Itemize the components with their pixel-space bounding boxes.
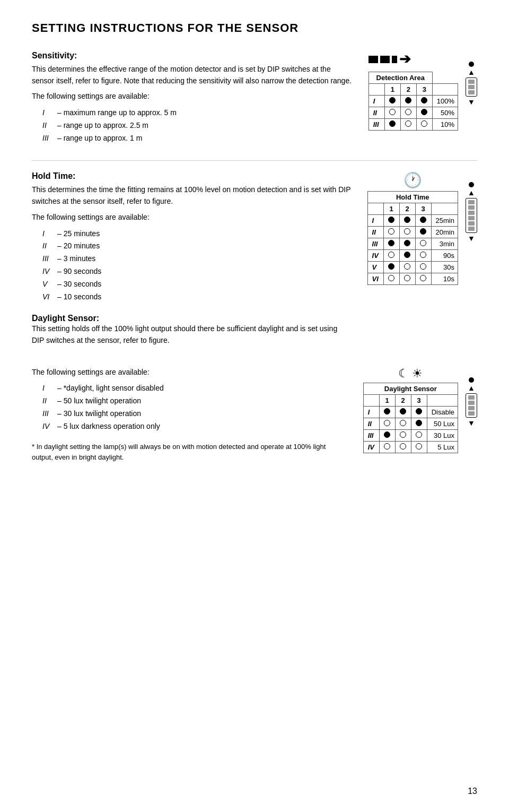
hold-time-table-wrapper: 🕐 Hold Time 1 2 3 I25minII20minIII3minI (367, 171, 458, 285)
list-item: I– maximum range up to approx. 5 m (42, 107, 353, 119)
sensitivity-section: Sensitivity: This determines the effecti… (32, 51, 477, 144)
hold-time-diagram: 🕐 Hold Time 1 2 3 I25minII20minIII3minI (367, 171, 477, 285)
hold-time-table-title: Hold Time (367, 192, 458, 203)
page-title: SETTING INSTRUCTIONS FOR THE SENSOR (32, 21, 477, 35)
hold-time-title: Hold Time: (32, 171, 352, 181)
list-item: III– 30 lux twilight operation (42, 408, 347, 420)
daylight-table: Daylight Sensor 1 2 3 IDisableII50 LuxII… (363, 383, 458, 453)
table-row: IV5 Lux (363, 441, 458, 453)
table-row: VI10s (367, 273, 458, 285)
daylight-settings-text: The following settings are available: I–… (32, 367, 363, 463)
clock-icon: 🕐 (367, 171, 458, 189)
hold-time-settings-list: I– 25 minutes II– 20 minutes III– 3 minu… (32, 228, 352, 304)
table-row: IDisable (363, 406, 458, 418)
table-row: III30 Lux (363, 429, 458, 441)
list-item: I– *daylight, light sensor disabled (42, 382, 347, 395)
sensitivity-side-dip: ▲ ▼ (466, 62, 477, 106)
moon-sun-icon: ☾ ☀ (363, 367, 458, 381)
hold-time-settings-intro: The following settings are available: (32, 212, 352, 223)
sensitivity-text: Sensitivity: This determines the effecti… (32, 51, 368, 144)
sensitivity-table-title: Detection Area (368, 72, 432, 84)
sensitivity-settings-intro: The following settings are available: (32, 91, 353, 102)
daylight-diagram: ☾ ☀ Daylight Sensor 1 2 3 IDisableII50 L (363, 367, 477, 453)
table-row: II50% (368, 107, 458, 119)
daylight-section: The following settings are available: I–… (32, 367, 477, 463)
daylight-body: This setting holds off the 100% light ou… (32, 323, 352, 346)
list-item: II– 20 minutes (42, 240, 352, 253)
hold-time-body: This determines the time the fitting rem… (32, 184, 352, 207)
list-item: I– 25 minutes (42, 228, 352, 240)
table-row: I100% (368, 96, 458, 107)
list-item: IV– 90 seconds (42, 265, 352, 278)
table-row: I25min (367, 215, 458, 227)
daylight-table-wrapper: ☾ ☀ Daylight Sensor 1 2 3 IDisableII50 L (363, 367, 458, 453)
list-item: IV– 5 lux darkness operation only (42, 420, 347, 433)
daylight-title: Daylight Sensor: (32, 314, 352, 323)
sensitivity-settings-list: I– maximum range up to approx. 5 m II– r… (32, 107, 353, 144)
list-item: VI– 10 seconds (42, 291, 352, 304)
sensitivity-diagram: ➔ Detection Area 1 2 3 I100%II50% (368, 51, 477, 131)
daylight-settings-list: I– *daylight, light sensor disabled II– … (32, 382, 347, 433)
daylight-table-title: Daylight Sensor (363, 383, 458, 394)
list-item: II– 50 lux twilight operation (42, 395, 347, 408)
sensitivity-table: Detection Area 1 2 3 I100%II50%III10% (368, 72, 458, 131)
sensitivity-icon: ➔ (368, 51, 458, 67)
sensitivity-title: Sensitivity: (32, 51, 353, 61)
hold-time-text: Hold Time: This determines the time the … (32, 171, 367, 350)
list-item: II– range up to approx. 2.5 m (42, 119, 353, 132)
daylight-settings-intro: The following settings are available: (32, 367, 347, 378)
page-number: 13 (468, 787, 477, 796)
divider-1 (32, 160, 477, 161)
sensitivity-body: This determines the effective range of t… (32, 64, 353, 87)
list-item: III– 3 minutes (42, 253, 352, 265)
list-item: V– 30 seconds (42, 278, 352, 291)
table-row: II20min (367, 227, 458, 238)
sensitivity-table-wrapper: ➔ Detection Area 1 2 3 I100%II50% (368, 51, 458, 131)
list-item: III– range up to approx. 1 m (42, 132, 353, 145)
arrow-right-icon: ➔ (399, 51, 411, 67)
table-row: III3min (367, 238, 458, 250)
daylight-footnote: * In daylight setting the lamp(s) will a… (32, 442, 347, 463)
table-row: V30s (367, 262, 458, 273)
daylight-side-dip: ▲ ▼ (466, 377, 477, 427)
hold-time-side-dip: ▲ ▼ (466, 182, 477, 243)
hold-time-section: Hold Time: This determines the time the … (32, 171, 477, 350)
table-row: II50 Lux (363, 418, 458, 429)
table-row: III10% (368, 119, 458, 131)
hold-time-table: Hold Time 1 2 3 I25minII20minIII3minIV90… (367, 191, 458, 285)
table-row: IV90s (367, 250, 458, 262)
